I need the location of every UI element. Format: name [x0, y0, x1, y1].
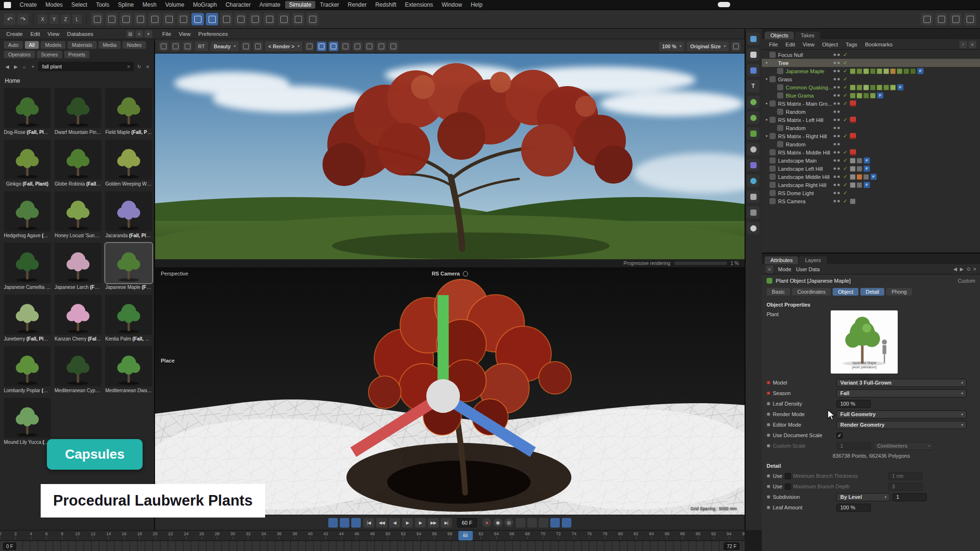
object-icon[interactable] — [769, 60, 776, 66]
clay-render-icon[interactable] — [365, 42, 374, 51]
keyframe-dot[interactable] — [767, 381, 770, 385]
asset-thumbnail[interactable] — [105, 88, 152, 128]
parameter-key-toggle[interactable] — [550, 518, 560, 528]
expander-arrow-icon[interactable]: ▾ — [764, 101, 769, 106]
enabled-check-icon[interactable]: ✓ — [842, 117, 848, 123]
material-chip[interactable] — [870, 93, 876, 99]
asset-thumbnail[interactable] — [4, 140, 51, 180]
asset-menu-item[interactable]: Edit — [27, 31, 44, 37]
om-menu-item[interactable]: Edit — [782, 42, 799, 47]
asset-tile[interactable]: Honey Locust 'Sunburst' (Fall, Plant) — [55, 191, 101, 238]
object-row[interactable]: Japanese Maple ✓ F — [762, 67, 980, 75]
size-dropdown[interactable]: Original Size▾ — [687, 42, 729, 51]
asset-thumbnail[interactable] — [55, 191, 101, 231]
attribute-section-tab[interactable]: Phong — [886, 288, 912, 296]
menu-item[interactable]: Select — [67, 1, 91, 9]
object-icon[interactable] — [769, 198, 776, 204]
denoise-icon[interactable] — [341, 42, 350, 51]
object-row[interactable]: ▾ Tree ✓ — [762, 59, 980, 67]
material-chip[interactable] — [870, 85, 876, 90]
axis-gizmo-icon[interactable] — [155, 273, 738, 515]
asset-thumbnail[interactable] — [55, 140, 101, 180]
refresh-icon[interactable]: ↻ — [136, 64, 143, 69]
asset-menu-item[interactable]: Databases — [64, 31, 97, 37]
axis-lock-button[interactable]: Z — [61, 14, 70, 24]
field-tag-icon[interactable]: F — [864, 165, 870, 172]
material-chip[interactable] — [910, 68, 916, 74]
volume-icon[interactable] — [747, 111, 759, 124]
visibility-dots[interactable] — [834, 94, 840, 97]
enabled-check-icon[interactable]: ✓ — [842, 182, 848, 188]
object-row[interactable]: Landscape Left Hill ✓ F — [762, 165, 980, 173]
field-tag-icon[interactable]: F — [870, 174, 877, 180]
enabled-check-icon[interactable]: ✓ — [842, 190, 848, 196]
om-menu-item[interactable]: Bookmarks — [862, 42, 896, 47]
visibility-dots[interactable] — [834, 200, 840, 202]
rt-button[interactable]: RT — [195, 42, 208, 51]
material-chip[interactable] — [850, 174, 856, 180]
simulate-settings-icon[interactable] — [206, 13, 218, 25]
dropdown-field[interactable]: Full Geometry▾ — [836, 410, 967, 419]
number-field[interactable]: 1 — [892, 493, 927, 501]
render-pass-dropdown[interactable]: Beauty▾ — [211, 42, 239, 51]
material-chip[interactable] — [883, 68, 889, 74]
visibility-dots[interactable] — [834, 78, 840, 80]
asset-tile[interactable]: Juneberry (Fall, Plant) — [4, 295, 51, 342]
asset-menu-item[interactable]: View — [44, 31, 63, 37]
attribute-section-tab[interactable]: Detail — [860, 288, 884, 296]
attribute-section-tab[interactable]: Object — [833, 288, 858, 296]
object-icon[interactable] — [769, 76, 776, 82]
object-icon[interactable] — [777, 109, 783, 115]
menu-item[interactable]: Window — [438, 1, 466, 9]
visibility-dots[interactable] — [834, 127, 840, 129]
object-row[interactable]: ▾ RS Matrix - Main Ground ✓ — [762, 99, 980, 108]
enabled-check-icon[interactable]: ✓ — [842, 157, 848, 164]
lock-icon[interactable]: ⊙ — [967, 266, 970, 272]
camera-tool-icon[interactable] — [747, 190, 759, 203]
keyframe-dot[interactable] — [767, 495, 770, 499]
tab-takes[interactable]: Takes — [795, 32, 820, 39]
asset-tile[interactable]: Dog-Rose (Fall, Plant) — [4, 88, 51, 135]
material-chip[interactable] — [850, 198, 856, 204]
refresh-render-icon[interactable] — [183, 42, 192, 51]
plane-icon[interactable] — [747, 48, 759, 61]
layout-tab[interactable] — [718, 2, 730, 7]
asset-tile[interactable]: Japanese Maple (Fall, Plant) — [105, 243, 152, 290]
next-key-button[interactable]: ▶▶ — [428, 518, 439, 528]
render-view-menu-item[interactable]: View — [176, 31, 194, 37]
visibility-dots[interactable] — [834, 54, 840, 56]
use-checkbox[interactable] — [785, 484, 791, 490]
text-tool-icon[interactable]: T — [747, 80, 759, 92]
asset-thumbnail[interactable] — [4, 191, 51, 231]
visibility-dots[interactable] — [834, 102, 840, 105]
section-header[interactable]: Detail — [762, 460, 980, 471]
enabled-check-icon[interactable]: ✓ — [842, 149, 848, 155]
filter-icon[interactable]: ≡ — [969, 41, 976, 48]
rotation-key-toggle[interactable] — [539, 518, 548, 528]
keyframe-dot[interactable] — [767, 412, 770, 416]
snapshot-icon[interactable] — [305, 42, 314, 51]
number-field[interactable]: 100 % — [836, 504, 871, 512]
visibility-dots[interactable] — [834, 192, 840, 194]
object-row[interactable]: Random — [762, 124, 980, 132]
custom-label[interactable]: Custom — [958, 278, 975, 284]
keyframe-dot[interactable] — [767, 444, 770, 448]
quantize-icon[interactable] — [234, 13, 247, 25]
grid-icon[interactable] — [249, 13, 261, 25]
redshift-object-icon[interactable] — [850, 100, 856, 107]
field-icon[interactable] — [747, 175, 759, 187]
attribute-section-tab[interactable]: Coordinates — [792, 288, 831, 296]
attribute-section-tab[interactable]: Basic — [767, 288, 790, 296]
menu-item[interactable]: Animate — [256, 1, 284, 9]
timeline-ruler[interactable]: 60 0246810121416182022242628303234363840… — [0, 530, 745, 540]
om-menu-item[interactable]: View — [799, 42, 818, 47]
menu-item[interactable]: Tools — [92, 1, 113, 9]
object-icon[interactable] — [769, 133, 776, 139]
render-view-icon[interactable] — [91, 13, 103, 25]
scale-key-toggle[interactable] — [527, 518, 537, 528]
enabled-check-icon[interactable]: ✓ — [842, 174, 848, 180]
menu-item[interactable]: Redshift — [371, 1, 400, 9]
position-key-toggle[interactable] — [516, 518, 525, 528]
asset-tile[interactable]: Globe Robinia (Fall, Plant) — [55, 140, 101, 187]
timeline-range-bar[interactable]: 0 F 72 F — [0, 540, 745, 551]
